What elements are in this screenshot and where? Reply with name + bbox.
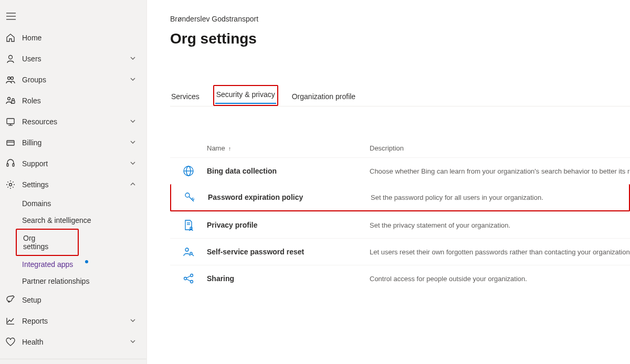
sidebar-subitem-label: Search & intelligence xyxy=(22,216,91,224)
sidebar-item-label: Roles xyxy=(22,97,138,105)
sidebar-subitem-domains[interactable]: Domains xyxy=(0,195,146,212)
sidebar-item-label: Setup xyxy=(22,296,138,304)
sidebar-item-billing[interactable]: Billing xyxy=(0,132,146,153)
breadcrumb: Brønderslev Godstransport xyxy=(170,15,630,23)
svg-point-25 xyxy=(191,274,193,277)
svg-point-24 xyxy=(184,277,187,280)
user-icon xyxy=(5,53,16,64)
row-description: Let users reset their own forgotten pass… xyxy=(370,248,630,256)
sidebar-item-label: Billing xyxy=(22,138,130,147)
sort-ascending-icon: ↑ xyxy=(228,145,232,152)
svg-point-22 xyxy=(185,248,188,251)
sidebar-item-home[interactable]: Home xyxy=(0,27,146,48)
sidebar-subitem-label: Integrated apps xyxy=(22,260,73,269)
home-icon xyxy=(5,33,16,43)
row-name: Self-service password reset xyxy=(207,248,370,256)
globe-icon xyxy=(170,165,207,177)
chevron-down-icon xyxy=(130,55,138,63)
doc-person-icon xyxy=(170,219,207,231)
settings-row-bing-data-collection[interactable]: Bing data collection Choose whether Bing… xyxy=(170,157,630,184)
hamburger-button[interactable] xyxy=(0,8,146,27)
tab-services[interactable]: Services xyxy=(170,89,201,106)
sidebar-subitem-partner-relationships[interactable]: Partner relationships xyxy=(0,273,146,290)
row-description: Choose whether Bing can learn from your … xyxy=(370,167,630,175)
sidebar-subitem-integrated-apps[interactable]: Integrated apps xyxy=(0,256,146,273)
column-header-name[interactable]: Name ↑ xyxy=(207,144,370,152)
key-icon xyxy=(171,191,208,203)
person-key-icon xyxy=(170,246,207,258)
svg-point-3 xyxy=(9,56,13,59)
svg-point-21 xyxy=(190,227,192,229)
page-title: Org settings xyxy=(170,30,630,47)
tab-label: Services xyxy=(171,92,200,101)
column-header-description[interactable]: Description xyxy=(370,144,630,152)
svg-point-4 xyxy=(8,77,10,80)
svg-line-27 xyxy=(186,276,191,278)
sidebar-subitem-org-settings[interactable]: Org settings xyxy=(16,229,79,256)
notification-dot-icon xyxy=(85,260,88,263)
sidebar-item-label: Support xyxy=(22,159,130,168)
row-name: Password expiration policy xyxy=(208,193,371,201)
svg-point-26 xyxy=(191,281,193,283)
sidebar-item-groups[interactable]: Groups xyxy=(0,69,146,90)
chevron-up-icon xyxy=(130,180,138,189)
sidebar-item-label: Health xyxy=(22,338,130,346)
sidebar-subitem-search-intelligence[interactable]: Search & intelligence xyxy=(0,212,146,229)
reports-icon xyxy=(5,316,16,326)
support-icon xyxy=(5,158,16,169)
groups-icon xyxy=(5,74,16,85)
settings-row-sharing[interactable]: Sharing Control access for people outsid… xyxy=(170,265,630,292)
tabs: Services Security & privacy Organization… xyxy=(170,85,630,106)
sidebar: Home Users Groups Roles Resources Billin… xyxy=(0,0,147,364)
row-name: Privacy profile xyxy=(207,221,370,229)
svg-rect-7 xyxy=(12,101,15,103)
row-name: Sharing xyxy=(207,274,370,283)
row-description: Set the privacy statement of your organi… xyxy=(370,221,630,229)
sidebar-item-support[interactable]: Support xyxy=(0,153,146,174)
svg-point-5 xyxy=(11,77,14,80)
sidebar-item-health[interactable]: Health xyxy=(0,331,146,352)
roles-icon xyxy=(5,95,16,106)
svg-point-23 xyxy=(190,252,192,254)
tab-label: Organization profile xyxy=(292,92,355,101)
tab-security-privacy[interactable]: Security & privacy xyxy=(215,87,276,104)
sidebar-item-users[interactable]: Users xyxy=(0,48,146,69)
chevron-down-icon xyxy=(130,159,138,168)
sidebar-item-label: Settings xyxy=(22,180,130,189)
sidebar-item-label: Users xyxy=(22,55,130,63)
chevron-down-icon xyxy=(130,338,138,346)
tab-organization-profile[interactable]: Organization profile xyxy=(291,89,356,106)
svg-point-13 xyxy=(9,184,12,186)
health-icon xyxy=(5,337,16,347)
chevron-down-icon xyxy=(130,117,138,126)
chevron-down-icon xyxy=(130,317,138,325)
setup-icon xyxy=(5,295,16,305)
svg-point-6 xyxy=(8,98,10,100)
sidebar-item-label: Reports xyxy=(22,317,130,325)
sidebar-item-reports[interactable]: Reports xyxy=(0,311,146,331)
sidebar-item-roles[interactable]: Roles xyxy=(0,90,146,111)
sidebar-subitem-label: Org settings xyxy=(23,234,62,251)
row-description: Set the password policy for all users in… xyxy=(371,194,629,201)
sidebar-item-resources[interactable]: Resources xyxy=(0,111,146,132)
settings-row-self-service-password-reset[interactable]: Self-service password reset Let users re… xyxy=(170,238,630,265)
hamburger-icon xyxy=(6,13,16,20)
svg-rect-9 xyxy=(7,141,14,145)
chevron-down-icon xyxy=(130,138,138,147)
resources-icon xyxy=(5,116,16,127)
sidebar-subitem-label: Domains xyxy=(22,199,51,208)
settings-row-privacy-profile[interactable]: Privacy profile Set the privacy statemen… xyxy=(170,211,630,238)
settings-row-password-expiration-policy[interactable]: Password expiration policy Set the passw… xyxy=(170,184,630,211)
sidebar-item-label: Resources xyxy=(22,117,130,126)
sidebar-item-settings[interactable]: Settings xyxy=(0,174,146,195)
svg-rect-8 xyxy=(7,119,14,124)
row-description: Control access for people outside your o… xyxy=(370,275,630,283)
admin-centers-heading: Admin centers xyxy=(0,359,146,364)
settings-icon xyxy=(5,179,16,190)
sidebar-item-setup[interactable]: Setup xyxy=(0,290,146,311)
svg-line-28 xyxy=(186,279,191,281)
share-icon xyxy=(170,273,207,284)
tab-label: Security & privacy xyxy=(216,90,275,99)
sidebar-item-label: Home xyxy=(22,34,138,42)
billing-icon xyxy=(5,137,16,148)
